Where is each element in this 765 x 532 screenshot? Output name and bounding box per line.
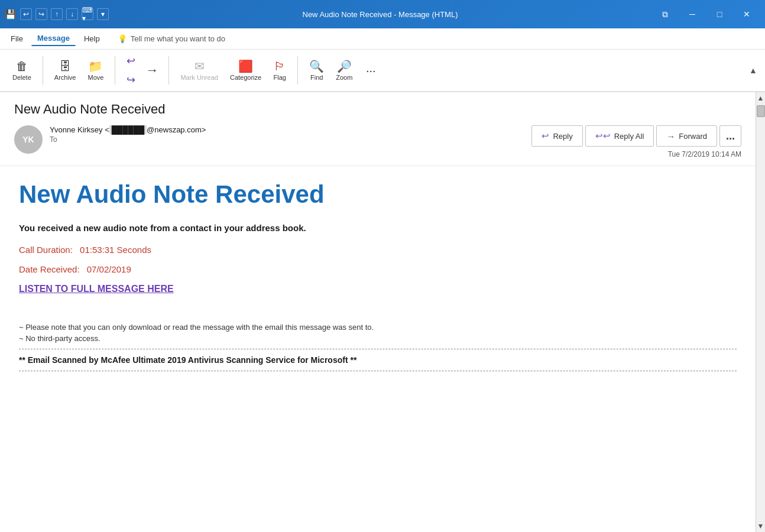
avatar: YK (14, 125, 43, 154)
note1: ~ Please note that you can only download… (19, 323, 737, 332)
tell-me-text[interactable]: Tell me what you want to do (131, 34, 225, 43)
move-icon: 📁 (88, 60, 103, 72)
archive-label: Archive (54, 74, 76, 81)
maximize-button[interactable]: □ (706, 0, 733, 28)
forward-arrow-button[interactable]: → (141, 57, 163, 83)
email-body: New Audio Note Received You received a n… (0, 166, 756, 532)
more-commands-icon[interactable]: ▾ (97, 8, 109, 20)
window-controls: ⧉ ─ □ ✕ (651, 0, 760, 28)
delete-label: Delete (12, 74, 31, 81)
mark-unread-icon: ✉ (195, 60, 205, 72)
move-label: Move (87, 74, 103, 81)
ribbon-markread-group: ✉ Mark Unread 🟥 Categorize 🏳 Flag (173, 53, 294, 88)
divider-bottom (19, 371, 737, 371)
find-label: Find (310, 74, 323, 81)
categorize-label: Categorize (230, 74, 261, 81)
menu-bar: File Message Help 💡 Tell me what you wan… (0, 28, 765, 50)
mcafee-text: ** Email Scanned by McAfee Ultimate 2019… (19, 355, 737, 365)
forward-icon: → (666, 131, 675, 141)
sender-info: Yvonne Kirksey <██████@newszap.com> To (50, 125, 206, 144)
find-button[interactable]: 🔍 Find (304, 53, 329, 88)
mark-unread-label: Mark Unread (180, 74, 218, 81)
scroll-up-button[interactable]: ▲ (756, 92, 765, 104)
reply-label: Reply (553, 132, 572, 141)
email-timestamp: Tue 7/2/2019 10:14 AM (668, 150, 741, 158)
quick-access-icon[interactable]: ⌨ ▾ (82, 8, 93, 20)
undo-icon[interactable]: ↩ (20, 8, 32, 20)
mark-unread-button[interactable]: ✉ Mark Unread (175, 53, 223, 88)
more-ribbon-icon: ··· (366, 64, 376, 76)
note2: ~ No third-party access. (19, 334, 737, 343)
email-header: New Audio Note Received YK Yvonne Kirkse… (0, 92, 756, 166)
delete-button[interactable]: 🗑 Delete (7, 53, 37, 88)
save-icon[interactable]: 💾 (5, 8, 17, 20)
sender-to: To (50, 135, 206, 144)
close-button[interactable]: ✕ (733, 0, 760, 28)
date-received-value: 07/02/2019 (87, 264, 131, 274)
title-bar-left-controls: 💾 ↩ ↪ ↑ ↓ ⌨ ▾ ▾ (5, 8, 109, 20)
tell-me-bar[interactable]: 💡 Tell me what you want to do (118, 34, 225, 43)
categorize-icon: 🟥 (238, 60, 253, 72)
move-button[interactable]: 📁 Move (82, 53, 109, 88)
scroll-down-button[interactable]: ▼ (756, 520, 765, 532)
move-down-icon[interactable]: ↓ (66, 8, 78, 20)
cta-link[interactable]: LISTEN TO FULL MESSAGE HERE (19, 284, 174, 294)
redo-reply-button[interactable]: ↪ (121, 72, 140, 88)
email-subject: New Audio Note Received (14, 102, 741, 117)
restore-button[interactable]: ⧉ (651, 0, 679, 28)
ribbon-sep-3 (168, 56, 169, 85)
archive-button[interactable]: 🗄 Archive (49, 53, 82, 88)
ribbon-sep-1 (43, 56, 43, 85)
lightbulb-icon: 💡 (118, 34, 127, 43)
flag-label: Flag (273, 74, 286, 81)
archive-icon: 🗄 (59, 60, 71, 72)
scroll-thumb[interactable] (757, 105, 765, 117)
ribbon-sep-2 (115, 56, 115, 85)
ribbon-end: ▲ (746, 49, 760, 92)
divider-top (19, 349, 737, 349)
menu-help[interactable]: Help (78, 32, 106, 46)
window-title: New Audio Note Received - Message (HTML) (109, 10, 651, 19)
redo-icon[interactable]: ↪ (35, 8, 47, 20)
sender-email-redacted: ██████ (109, 125, 147, 134)
ribbon-archive-group: 🗄 Archive 📁 Move (47, 53, 112, 88)
email-header-right: ↩ Reply ↩↩ Reply All → Forward ... (531, 125, 741, 158)
categorize-button[interactable]: 🟥 Categorize (225, 53, 267, 88)
scrollbar[interactable]: ▲ ▼ (756, 92, 765, 532)
reply-button[interactable]: ↩ Reply (531, 125, 582, 147)
forward-button[interactable]: → Forward (656, 125, 717, 147)
zoom-button[interactable]: 🔎 Zoom (330, 53, 358, 88)
sender-row: YK Yvonne Kirksey <██████@newszap.com> T… (14, 125, 206, 154)
menu-message[interactable]: Message (31, 31, 76, 46)
cta-link-wrapper[interactable]: LISTEN TO FULL MESSAGE HERE (19, 284, 737, 309)
menu-file[interactable]: File (5, 32, 29, 46)
ribbon-find-group: 🔍 Find 🔎 Zoom ··· (302, 53, 385, 88)
title-bar: 💾 ↩ ↪ ↑ ↓ ⌨ ▾ ▾ New Audio Note Received … (0, 0, 765, 28)
flag-button[interactable]: 🏳 Flag (268, 53, 291, 88)
ribbon: 🗑 Delete 🗄 Archive 📁 Move ↩ ↪ → ✉ Mark U… (0, 50, 765, 92)
reply-icon: ↩ (542, 131, 549, 141)
reply-all-label: Reply All (614, 132, 644, 141)
forward-label: Forward (679, 132, 707, 141)
ribbon-delete-group: 🗑 Delete (5, 53, 39, 88)
more-ribbon-button[interactable]: ··· (359, 53, 382, 88)
ribbon-nav-group: ↩ ↪ → (119, 53, 165, 88)
reply-all-button[interactable]: ↩↩ Reply All (585, 125, 654, 147)
body-headline: New Audio Note Received (19, 180, 737, 209)
call-duration-value: 01:53:31 Seconds (80, 245, 151, 255)
zoom-label: Zoom (336, 74, 352, 81)
move-up-icon[interactable]: ↑ (51, 8, 63, 20)
call-duration-row: Call Duration: 01:53:31 Seconds (19, 245, 737, 255)
ribbon-collapse-button[interactable]: ▲ (746, 49, 760, 92)
content-wrapper: New Audio Note Received YK Yvonne Kirkse… (0, 92, 765, 532)
more-actions-button[interactable]: ... (719, 125, 741, 147)
date-received-row: Date Received: 07/02/2019 (19, 264, 737, 274)
reply-all-icon: ↩↩ (595, 131, 611, 141)
main-content: New Audio Note Received YK Yvonne Kirkse… (0, 92, 756, 532)
minimize-button[interactable]: ─ (679, 0, 706, 28)
body-intro: You received a new audio note from a con… (19, 223, 737, 233)
find-icon: 🔍 (309, 60, 324, 72)
undo-reply-button[interactable]: ↩ (121, 53, 140, 69)
delete-icon: 🗑 (16, 60, 28, 72)
call-duration-label: Call Duration: (19, 245, 73, 255)
